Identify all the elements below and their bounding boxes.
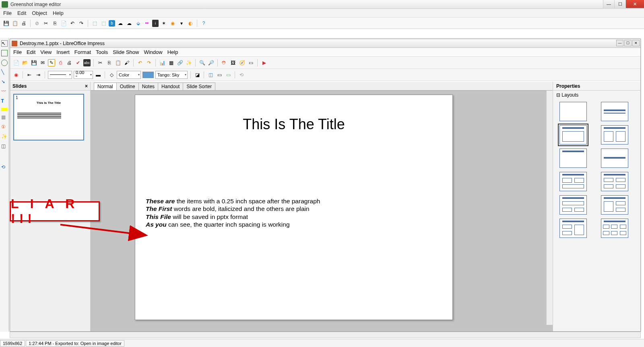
layout-blank[interactable] bbox=[559, 102, 587, 121]
table-icon[interactable]: ▦ bbox=[167, 59, 175, 66]
print-icon[interactable]: 🖨 bbox=[66, 59, 73, 66]
paste-icon[interactable]: 📄 bbox=[60, 20, 67, 27]
save-icon[interactable]: 💾 bbox=[2, 20, 10, 27]
paste-icon[interactable]: 📋 bbox=[114, 59, 122, 66]
cut-icon[interactable]: ✂ bbox=[42, 20, 50, 27]
interaction-icon[interactable]: ⟲ bbox=[238, 71, 245, 78]
slide-canvas[interactable]: This Is The Title These are the items wi… bbox=[135, 95, 453, 320]
arrow-tool-icon[interactable]: ➘ bbox=[1, 79, 8, 85]
open-icon[interactable]: 📂 bbox=[21, 59, 29, 66]
presentation-icon[interactable]: ▶ bbox=[260, 59, 268, 66]
pdf-icon[interactable]: ⎙ bbox=[57, 59, 64, 66]
picasa-icon[interactable]: ◉ bbox=[169, 20, 176, 27]
jira-icon[interactable]: ✶ bbox=[160, 20, 167, 27]
inner-close-button[interactable]: ✕ bbox=[632, 40, 640, 46]
tab-notes[interactable]: Notes bbox=[138, 83, 158, 90]
fill-icon[interactable]: ◇ bbox=[108, 71, 115, 78]
layout-six[interactable] bbox=[601, 219, 628, 238]
align-icon[interactable]: ◫ bbox=[207, 71, 214, 78]
tab-slide-sorter[interactable]: Slide Sorter bbox=[183, 83, 215, 90]
menu-help[interactable]: Help bbox=[167, 49, 178, 55]
tab-normal[interactable]: Normal bbox=[94, 83, 117, 90]
cloud-icon[interactable]: ☁ bbox=[126, 20, 133, 27]
layouts-section-header[interactable]: ⊟ Layouts bbox=[553, 91, 640, 99]
tab-handout[interactable]: Handout bbox=[158, 83, 183, 90]
layout-centered[interactable] bbox=[601, 149, 628, 168]
gallery-icon[interactable]: 🖼 bbox=[229, 59, 237, 66]
copy-icon[interactable]: ⎘ bbox=[51, 20, 58, 27]
layout-alt2[interactable] bbox=[601, 195, 628, 215]
print-icon[interactable]: 🖨 bbox=[20, 20, 27, 27]
menu-file[interactable]: File bbox=[3, 10, 12, 16]
object-icon[interactable]: ◉ bbox=[12, 71, 20, 78]
menu-slideshow[interactable]: Slide Show bbox=[113, 49, 139, 55]
menu-help[interactable]: Help bbox=[53, 10, 64, 16]
line-width-input[interactable]: 0.00 " bbox=[74, 71, 93, 79]
horizontal-scrollbar[interactable] bbox=[10, 332, 641, 338]
edit-icon[interactable]: ✎ bbox=[48, 59, 55, 66]
layout-title-only[interactable] bbox=[559, 149, 587, 168]
line-tool-icon[interactable]: ╲ bbox=[1, 69, 8, 76]
save-icon[interactable]: 💾 bbox=[30, 59, 37, 66]
menu-view[interactable]: View bbox=[40, 49, 52, 55]
help-icon[interactable]: ⛑ bbox=[221, 59, 228, 66]
rect-tool-icon[interactable] bbox=[1, 50, 8, 56]
close-button[interactable]: ✕ bbox=[625, 0, 644, 8]
copy-icon[interactable]: ⎘ bbox=[105, 59, 113, 66]
format-paintbrush-icon[interactable]: 🖌 bbox=[123, 59, 130, 66]
layout-2x2[interactable] bbox=[559, 172, 587, 191]
new-icon[interactable]: 📄 bbox=[12, 59, 20, 66]
hyperlink-icon[interactable]: 🔗 bbox=[176, 59, 184, 66]
color-name-dropdown[interactable]: Tango: Sky bbox=[155, 71, 188, 79]
spellcheck-auto-icon[interactable]: abc bbox=[83, 59, 91, 66]
menu-window[interactable]: Window bbox=[144, 49, 162, 55]
plugin-icon[interactable]: ◐ bbox=[187, 20, 194, 27]
chart-icon[interactable]: 📊 bbox=[159, 59, 166, 66]
imgur-icon[interactable]: i bbox=[152, 20, 159, 27]
pointer-tool-icon[interactable]: ↖ bbox=[1, 40, 8, 47]
menu-insert[interactable]: Insert bbox=[56, 49, 70, 55]
plugin-icon[interactable]: ⬚ bbox=[91, 20, 98, 27]
shadow-icon[interactable]: ◪ bbox=[194, 71, 201, 78]
effects-tool-icon[interactable]: ✨ bbox=[1, 134, 8, 140]
help-icon[interactable]: ? bbox=[200, 20, 207, 27]
annotation-textbox[interactable]: L I A R !!! bbox=[10, 201, 100, 221]
undo-icon[interactable]: ↶ bbox=[136, 59, 144, 66]
slide-icon[interactable]: ▭ bbox=[247, 59, 254, 66]
arrow-end-icon[interactable]: ⇤ bbox=[26, 71, 33, 78]
crop-tool-icon[interactable]: ◫ bbox=[1, 143, 8, 150]
menu-edit[interactable]: Edit bbox=[27, 49, 35, 55]
layout-alt1[interactable] bbox=[559, 195, 587, 215]
flickr-icon[interactable]: •• bbox=[143, 20, 151, 27]
line-color-icon[interactable]: ▬ bbox=[95, 71, 102, 78]
layout-title-content[interactable] bbox=[559, 125, 587, 145]
ellipse-tool-icon[interactable] bbox=[1, 60, 8, 66]
dropbox-icon[interactable]: ⬙ bbox=[134, 20, 142, 27]
blur-tool-icon[interactable]: ▦ bbox=[1, 114, 8, 121]
arrow-style-icon[interactable]: ⇥ bbox=[35, 71, 42, 78]
cloud-icon[interactable]: ☁ bbox=[117, 20, 124, 27]
slide-body-text[interactable]: These are the items with a 0.25 inch spa… bbox=[146, 197, 442, 229]
navigator-icon[interactable]: 🧭 bbox=[238, 59, 246, 66]
line-style-dropdown[interactable] bbox=[48, 71, 72, 79]
highlight-tool-icon[interactable] bbox=[1, 108, 8, 111]
zoom-icon[interactable]: 🔍 bbox=[198, 59, 206, 66]
menu-object[interactable]: Object bbox=[32, 10, 47, 16]
cut-icon[interactable]: ✂ bbox=[97, 59, 104, 66]
layout-grid[interactable] bbox=[601, 172, 628, 191]
zoom-page-icon[interactable]: 🔎 bbox=[207, 59, 215, 66]
layout-two-content[interactable] bbox=[601, 125, 628, 145]
email-icon[interactable]: ✉ bbox=[39, 59, 46, 66]
spellcheck-icon[interactable]: ✔ bbox=[74, 59, 82, 66]
plugin-icon[interactable]: ⬚ bbox=[100, 20, 107, 27]
rotate-tool-icon[interactable]: ⟲ bbox=[1, 164, 8, 171]
vertical-scrollbar[interactable] bbox=[546, 91, 553, 325]
close-panel-icon[interactable]: × bbox=[85, 83, 88, 89]
redo-icon[interactable]: ↷ bbox=[145, 59, 153, 66]
box-icon[interactable]: b bbox=[109, 20, 115, 27]
canvas-viewport[interactable]: This Is The Title These are the items wi… bbox=[91, 91, 553, 331]
menu-edit[interactable]: Edit bbox=[17, 10, 26, 16]
layout-title[interactable] bbox=[601, 102, 628, 121]
dropdown-icon[interactable]: ▾ bbox=[178, 20, 185, 27]
color-swatch[interactable] bbox=[142, 72, 154, 78]
